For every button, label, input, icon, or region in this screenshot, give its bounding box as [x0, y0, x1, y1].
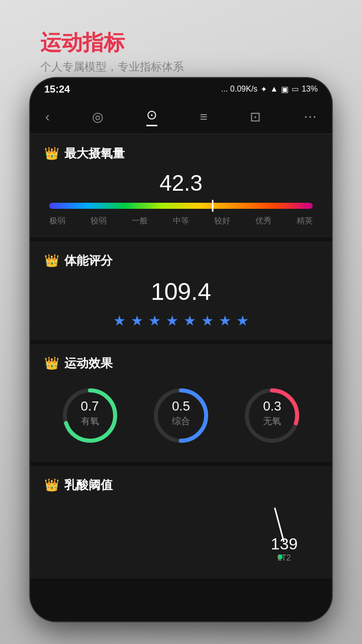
- exercise-circles: 0.7 有氧 0.5 综合: [44, 380, 318, 451]
- aerobic-circle-item: 0.7 有氧: [60, 385, 120, 446]
- aerobic-label: 有氧: [81, 415, 99, 427]
- vo2max-section: 👑 最大摄氧量 42.3 极弱 较弱 一般 中等 较好 优秀 精英: [30, 134, 332, 237]
- vo2max-header: 👑 最大摄氧量: [44, 145, 318, 162]
- anaerobic-circle-item: 0.3 无氧: [242, 385, 302, 446]
- crown-icon-vo2: 👑: [44, 146, 59, 160]
- lactate-area: 139 LT2: [44, 502, 318, 568]
- star-4: ★: [166, 312, 178, 329]
- fitness-section: 👑 体能评分 109.4 ★ ★ ★ ★ ★ ★ ★ ★: [30, 242, 332, 340]
- lactate-label: LT2: [271, 553, 298, 562]
- nav-bar: ‹ ◎ ⊙ ≡ ⊡ ⋯: [30, 100, 332, 134]
- tag-icon[interactable]: ⊡: [250, 109, 261, 125]
- bar-label-5: 优秀: [255, 216, 272, 226]
- star-3: ★: [148, 312, 161, 329]
- status-bar: 15:24 ... 0.09K/s ✦ ▲ ▣ ▭ 13%: [30, 78, 332, 100]
- gradient-bar: [49, 203, 313, 209]
- bar-label-0: 极弱: [49, 216, 65, 226]
- phone-shell: 15:24 ... 0.09K/s ✦ ▲ ▣ ▭ 13% ‹ ◎ ⊙ ≡ ⊡ …: [30, 78, 332, 621]
- exercise-header: 👑 运动效果: [44, 355, 318, 371]
- crown-icon-fitness: 👑: [44, 254, 59, 268]
- status-time: 15:24: [44, 84, 70, 95]
- share-icon[interactable]: ⋯: [304, 109, 317, 125]
- fitness-title: 体能评分: [64, 253, 113, 269]
- crown-icon-lactate: 👑: [44, 478, 59, 492]
- anaerobic-label: 无氧: [263, 415, 281, 427]
- crown-icon-exercise: 👑: [44, 356, 59, 370]
- bar-label-2: 一般: [132, 216, 148, 226]
- star-7: ★: [219, 312, 231, 329]
- aerobic-value: 0.7: [81, 398, 99, 414]
- phone-content: 👑 最大摄氧量 42.3 极弱 较弱 一般 中等 较好 优秀 精英 👑: [30, 134, 332, 621]
- lactate-chart: 139 LT2: [271, 535, 298, 562]
- combined-circle-item: 0.5 综合: [151, 385, 211, 446]
- page-header: 运动指标 个人专属模型，专业指标体系: [40, 30, 184, 74]
- combined-label: 综合: [172, 415, 190, 427]
- anaerobic-value: 0.3: [263, 398, 281, 414]
- stars-row: ★ ★ ★ ★ ★ ★ ★ ★: [44, 312, 318, 329]
- star-6: ★: [201, 312, 214, 329]
- sim-icon: ▣: [281, 85, 289, 94]
- page-subtitle: 个人专属模型，专业指标体系: [40, 59, 184, 74]
- combined-value: 0.5: [172, 398, 190, 414]
- back-button[interactable]: ‹: [45, 109, 50, 125]
- battery-icon: ▭: [292, 85, 299, 94]
- battery-percent: 13%: [302, 85, 318, 94]
- star-5: ★: [184, 312, 196, 329]
- fitness-score: 109.4: [44, 278, 318, 305]
- status-right: ... 0.09K/s ✦ ▲ ▣ ▭ 13%: [221, 85, 318, 94]
- aerobic-circle-wrapper: 0.7 有氧: [60, 385, 120, 446]
- bar-label-1: 较弱: [90, 216, 107, 226]
- combined-circle-text: 0.5 综合: [172, 398, 190, 427]
- network-status: ... 0.09K/s: [221, 85, 257, 94]
- anaerobic-circle-text: 0.3 无氧: [263, 398, 281, 427]
- lactate-section: 👑 乳酸阈值 139 LT2: [30, 466, 332, 579]
- bluetooth-icon: ✦: [260, 85, 267, 94]
- gradient-bar-indicator: [212, 200, 213, 212]
- vo2max-value: 42.3: [44, 171, 318, 196]
- map-icon[interactable]: ◎: [92, 109, 104, 125]
- list-icon[interactable]: ≡: [200, 109, 208, 125]
- combined-circle-wrapper: 0.5 综合: [151, 385, 211, 446]
- vo2max-title: 最大摄氧量: [64, 145, 125, 162]
- aerobic-circle-text: 0.7 有氧: [81, 398, 99, 427]
- anaerobic-circle-wrapper: 0.3 无氧: [242, 385, 302, 446]
- wifi-icon: ▲: [270, 85, 278, 94]
- lactate-header: 👑 乳酸阈值: [44, 477, 318, 493]
- bar-label-4: 较好: [214, 216, 230, 226]
- bar-label-3: 中等: [173, 216, 189, 226]
- star-8: ★: [236, 312, 249, 329]
- exercise-title: 运动效果: [64, 355, 113, 371]
- bar-labels: 极弱 较弱 一般 中等 较好 优秀 精英: [49, 216, 313, 226]
- exercise-effect-section: 👑 运动效果 0.7 有氧: [30, 344, 332, 462]
- gradient-bar-container: [49, 203, 313, 209]
- star-2: ★: [131, 312, 143, 329]
- star-1: ★: [113, 312, 126, 329]
- page-title: 运动指标: [40, 30, 184, 55]
- lactate-value: 139: [271, 535, 298, 553]
- fitness-header: 👑 体能评分: [44, 253, 318, 269]
- bar-label-6: 精英: [297, 216, 313, 226]
- circle-icon[interactable]: ⊙: [146, 107, 157, 126]
- lactate-title: 乳酸阈值: [64, 477, 113, 493]
